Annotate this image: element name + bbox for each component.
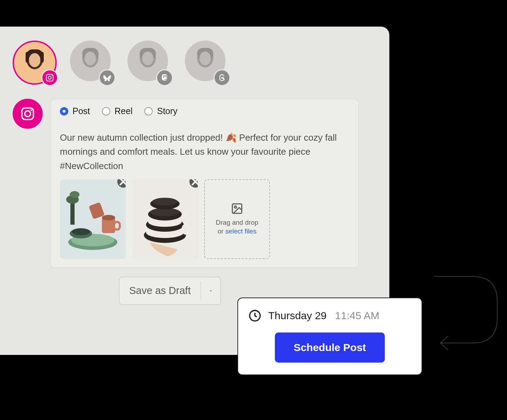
media-row: Drag and drop or select files <box>51 179 358 267</box>
account-mastodon[interactable] <box>127 41 172 85</box>
svg-rect-6 <box>46 74 53 81</box>
close-icon[interactable] <box>117 179 126 188</box>
dropzone-or: or <box>218 227 225 235</box>
radio-label: Post <box>72 106 90 116</box>
post-type-post[interactable]: Post <box>60 106 90 116</box>
schedule-post-button[interactable]: Schedule Post <box>275 332 385 363</box>
schedule-popover: Thursday 29 11:45 AM Schedule Post <box>237 298 422 375</box>
media-thumb-2[interactable] <box>132 179 198 259</box>
svg-point-16 <box>142 51 153 65</box>
media-dropzone[interactable]: Drag and drop or select files <box>204 179 270 259</box>
svg-point-30 <box>72 228 90 235</box>
dropzone-text: Drag and drop <box>216 219 258 226</box>
image-icon <box>231 202 243 215</box>
svg-rect-35 <box>70 200 75 225</box>
select-files-link[interactable]: select files <box>225 227 257 235</box>
bluesky-icon <box>99 69 116 86</box>
arrow-decoration <box>431 273 501 357</box>
svg-rect-5 <box>41 52 44 63</box>
svg-point-8 <box>51 75 52 76</box>
caption-text[interactable]: Our new autumn collection just dropped! … <box>51 124 358 179</box>
save-draft-button[interactable]: Save as Draft <box>119 277 221 305</box>
radio-label: Reel <box>114 106 132 116</box>
account-threads[interactable] <box>185 41 229 85</box>
svg-point-12 <box>85 51 96 65</box>
svg-point-32 <box>102 215 115 220</box>
account-instagram[interactable] <box>13 41 57 85</box>
svg-point-52 <box>235 206 237 208</box>
svg-rect-4 <box>26 52 29 63</box>
post-type-tabs: Post Reel Story <box>51 99 358 124</box>
svg-point-20 <box>200 51 211 65</box>
svg-point-48 <box>152 198 178 205</box>
accounts-row <box>0 27 389 85</box>
svg-point-3 <box>29 53 40 67</box>
schedule-time[interactable]: 11:45 AM <box>335 310 380 322</box>
media-thumb-1[interactable] <box>60 179 126 259</box>
radio-icon <box>102 107 110 115</box>
button-label: Save as Draft <box>119 281 201 300</box>
radio-icon <box>60 107 68 115</box>
mastodon-icon <box>156 69 173 86</box>
composer-card: Post Reel Story Our new autumn collectio… <box>50 99 359 268</box>
instagram-icon <box>41 69 58 86</box>
close-icon[interactable] <box>189 179 198 188</box>
radio-label: Story <box>157 106 177 116</box>
svg-point-22 <box>25 111 31 117</box>
post-type-reel[interactable]: Reel <box>102 106 132 116</box>
svg-point-23 <box>30 110 32 111</box>
chevron-down-icon[interactable] <box>201 288 221 294</box>
instagram-chip[interactable] <box>13 99 43 129</box>
threads-icon <box>214 69 230 86</box>
svg-point-7 <box>48 76 51 79</box>
clock-icon <box>248 309 262 323</box>
radio-icon <box>144 107 153 115</box>
svg-point-37 <box>70 191 79 198</box>
post-type-story[interactable]: Story <box>144 106 177 116</box>
schedule-date[interactable]: Thursday 29 <box>268 310 327 322</box>
account-bluesky[interactable] <box>70 41 114 85</box>
